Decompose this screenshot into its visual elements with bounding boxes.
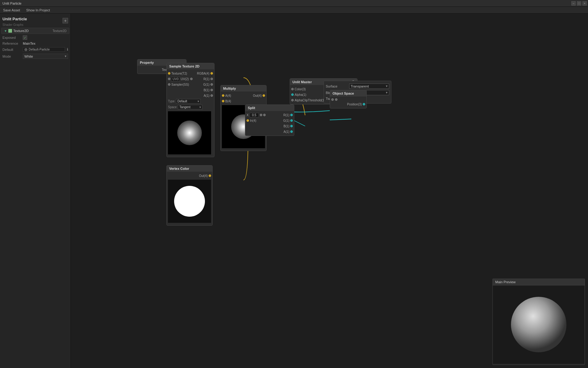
preview-sphere-svg [508, 294, 570, 355]
alphaclip-input-port[interactable] [291, 99, 294, 101]
texture-input-label: Texture(T2) [171, 72, 187, 75]
surface-row: Surface Transparent ▾ [326, 83, 389, 89]
multiply-b-port[interactable] [222, 100, 224, 102]
split-x-port[interactable] [260, 114, 262, 116]
split-b-row: B(1) [276, 123, 294, 129]
split-a-label: A(1) [284, 130, 289, 133]
multiply-b-label: B(4) [225, 100, 231, 103]
split-a-port[interactable] [290, 130, 293, 133]
shader-graphs-label: Shader Graphs [0, 22, 71, 27]
reference-label: Reference [2, 42, 21, 45]
g-output-port[interactable] [210, 83, 213, 86]
menu-bar: Save Asset Show In Project [0, 7, 588, 14]
sampler-input-port[interactable] [168, 83, 170, 86]
split-x-input[interactable] [250, 113, 259, 117]
canvas-area[interactable]: Property Texture2D(T2) Sample Texture 2D [71, 14, 588, 368]
uv-extra-port[interactable] [190, 78, 193, 80]
position-output-label: Position(3) [347, 103, 362, 106]
object-space-body: Position(3) [330, 96, 366, 108]
b-output-port[interactable] [210, 89, 213, 91]
exposed-label: Exposed [2, 36, 21, 39]
a-output-row: A(1) [193, 93, 214, 98]
multiply-out-label: Out(4) [253, 94, 262, 97]
type-select[interactable]: Default ▾ [176, 99, 201, 104]
default-row: Default Default-Particle ℹ [0, 46, 71, 53]
default-info-icon[interactable]: ℹ [67, 47, 68, 51]
property-node-title: Property [140, 61, 154, 64]
multiply-out-port[interactable] [263, 94, 265, 97]
r-output-row: R(1) [193, 76, 214, 82]
minimize-button[interactable]: – [571, 1, 576, 6]
add-shader-button[interactable]: + [63, 18, 68, 23]
space-label: Space [168, 105, 177, 109]
split-r-port[interactable] [290, 114, 293, 116]
uv-input-port[interactable] [168, 78, 170, 80]
rgba-output-port[interactable] [210, 72, 213, 75]
split-in-port[interactable] [247, 119, 249, 122]
split-title: Split [248, 106, 255, 110]
space-select[interactable]: Tangent ▾ [178, 105, 202, 109]
r-output-label: R(1) [203, 77, 209, 81]
vertex-color-body: Out(4) [167, 172, 212, 225]
multiply-b-row: B(4) [221, 98, 248, 104]
split-x-port2[interactable] [263, 114, 266, 116]
alpha-input-port[interactable] [291, 93, 294, 96]
exposed-checkbox[interactable] [23, 35, 27, 40]
vertex-color-out-label: Out(4) [199, 174, 208, 178]
vertex-color-out-port[interactable] [209, 174, 211, 177]
split-body: X In(4) [245, 111, 294, 136]
position-output-port[interactable] [363, 103, 365, 105]
exposed-row: Exposed [0, 35, 71, 41]
a-output-label: A(1) [204, 94, 210, 97]
close-button[interactable]: × [582, 1, 587, 6]
type-label: Type [168, 100, 175, 103]
uv-field[interactable]: UV0 [171, 77, 180, 81]
split-r-row: R(1) [276, 112, 294, 118]
split-b-port[interactable] [290, 125, 293, 127]
split-in-label: In(4) [250, 119, 256, 122]
svg-point-0 [511, 297, 566, 352]
r-output-port[interactable] [210, 78, 213, 80]
sampler-input-row: Sampler(SS) [167, 82, 193, 87]
rgba-output-row: RGBA(4) [193, 71, 214, 76]
mode-row: Mode White ▾ [0, 53, 71, 60]
main-preview-header: Main Preview [493, 279, 585, 285]
vertex-color-title: Vertex Color [169, 167, 189, 170]
split-in-row: In(4) [245, 118, 276, 123]
default-label: Default [2, 48, 21, 51]
save-asset-menu[interactable]: Save Asset [2, 8, 21, 13]
color-input-label: Color(3) [295, 88, 306, 91]
split-r-label: R(1) [284, 113, 289, 117]
split-header: Split [245, 105, 294, 111]
surface-chevron-icon: ▾ [386, 84, 388, 88]
surface-select[interactable]: Transparent ▾ [349, 84, 389, 89]
texture-icon [8, 29, 12, 33]
color-input-port[interactable] [291, 88, 294, 90]
default-dot [24, 48, 27, 51]
reference-row: Reference MainTex [0, 41, 71, 46]
split-x-row: X [245, 112, 276, 118]
multiply-a-port[interactable] [222, 94, 224, 97]
object-space-extra-port2[interactable] [335, 98, 337, 101]
default-field[interactable]: Default-Particle [23, 47, 65, 52]
default-value: Default-Particle [29, 48, 50, 51]
title-bar-title: Unlit Particle [2, 2, 22, 5]
main-preview-title: Main Preview [495, 280, 516, 284]
texture2d-item[interactable]: ▼ Texture2D Texture2D [1, 28, 69, 34]
type-value: Default [178, 100, 187, 103]
blend-chevron-icon: ▾ [386, 91, 388, 95]
rgba-output-label: RGBA(4) [197, 72, 210, 75]
maximize-button[interactable]: □ [577, 1, 581, 6]
object-space-header: Object Space [330, 90, 366, 96]
show-in-project-menu[interactable]: Show In Project [25, 8, 51, 13]
mode-value: White [24, 55, 33, 58]
mode-select[interactable]: White ▾ [23, 54, 68, 59]
split-b-label: B(1) [284, 125, 289, 128]
texture-input-port[interactable] [168, 72, 170, 75]
split-g-row: G(1) [276, 118, 294, 123]
title-bar-controls[interactable]: – □ × [571, 0, 587, 6]
a-output-port[interactable] [210, 94, 213, 97]
object-space-extra-port[interactable] [331, 98, 334, 101]
multiply-a-label: A(4) [225, 94, 231, 97]
split-g-port[interactable] [290, 119, 293, 122]
